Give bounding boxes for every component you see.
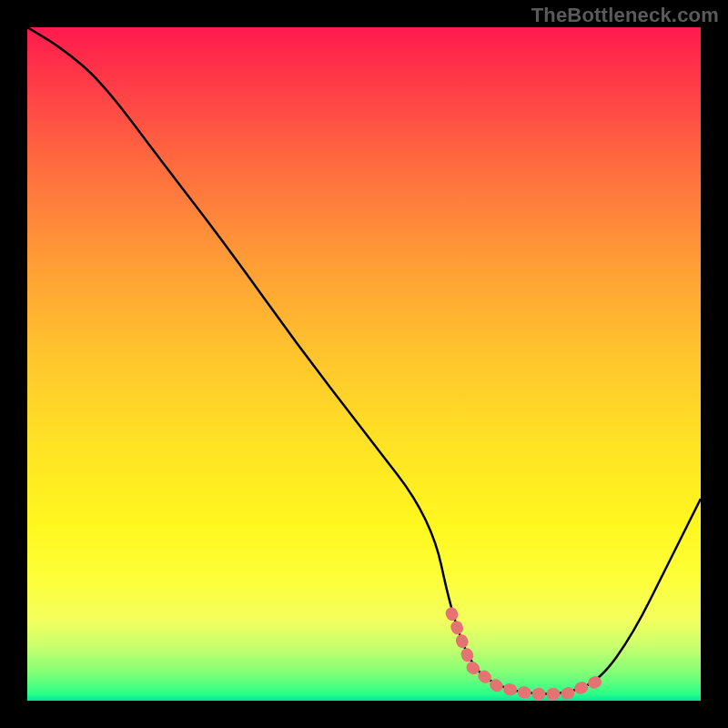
bottleneck-curve-svg xyxy=(27,27,701,701)
watermark-text: TheBottleneck.com xyxy=(531,4,719,27)
optimal-highlight xyxy=(451,613,600,694)
chart-frame: TheBottleneck.com xyxy=(0,0,728,728)
plot-area xyxy=(27,27,701,701)
bottleneck-curve xyxy=(27,27,701,694)
